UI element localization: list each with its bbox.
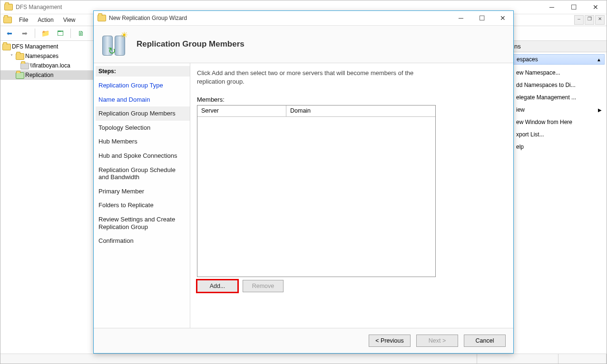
namespace-icon	[20, 62, 28, 69]
actions-pane: ns espaces ▲ ew Namespace... dd Namespac…	[511, 41, 607, 354]
actions-title: ns	[511, 41, 607, 52]
dialog-titlebar: New Replication Group Wizard ─ ☐ ✕	[94, 11, 513, 26]
members-label: Members:	[197, 96, 507, 103]
members-list[interactable]: Server Domain	[197, 105, 436, 277]
actions-group-header[interactable]: espaces ▲	[513, 54, 605, 65]
close-button[interactable]: ✕	[585, 0, 607, 14]
action-label: ew Window from Here	[516, 119, 572, 125]
tree-root[interactable]: DFS Management	[0, 42, 94, 51]
dialog-body: Steps: Replication Group Type Name and D…	[94, 63, 513, 328]
step-replication-group-members[interactable]: Replication Group Members	[96, 106, 190, 121]
up-button[interactable]: 📁	[39, 27, 51, 39]
menu-view[interactable]: View	[59, 15, 80, 25]
action-label: elegate Management ...	[516, 94, 576, 101]
export-button[interactable]: 🗎	[75, 27, 87, 39]
previous-button[interactable]: < Previous	[369, 335, 411, 347]
tree-item-replication[interactable]: Replication	[0, 70, 94, 80]
menu-icon	[3, 16, 12, 24]
properties-button[interactable]: 🗔	[54, 27, 67, 39]
wizard-dialog: New Replication Group Wizard ─ ☐ ✕ ↻ ☀ R…	[93, 10, 514, 354]
dialog-title: New Replication Group Wizard	[109, 15, 187, 21]
members-headers: Server Domain	[197, 105, 435, 117]
dialog-header: ↻ ☀ Replication Group Members	[94, 26, 513, 63]
app-icon	[4, 3, 13, 11]
action-help[interactable]: elp	[511, 141, 607, 153]
menubar-right: – ❐ ✕	[574, 15, 607, 25]
window-title: DFS Management	[16, 4, 62, 10]
action-label: iew	[516, 106, 525, 113]
new-star-icon: ☀	[120, 30, 128, 40]
members-button-row: Add... Remove	[197, 280, 507, 292]
tree-item-namespace-child[interactable]: \\firatboyan.loca	[0, 61, 94, 70]
wizard-icon	[98, 14, 106, 22]
column-server[interactable]: Server	[197, 105, 286, 117]
column-domain[interactable]: Domain	[286, 105, 435, 117]
step-replication-group-type[interactable]: Replication Group Type	[96, 78, 190, 93]
mr-btn-1[interactable]: –	[574, 15, 584, 25]
remove-button: Remove	[243, 280, 284, 292]
action-label: dd Namespaces to Di...	[516, 82, 576, 88]
step-confirmation[interactable]: Confirmation	[96, 234, 190, 248]
dialog-footer: < Previous Next > Cancel	[94, 328, 513, 353]
tree-item-namespaces[interactable]: ˅ Namespaces	[0, 51, 94, 61]
minimize-button[interactable]: ─	[541, 0, 563, 14]
nav-tree: DFS Management ˅ Namespaces \\firatboyan…	[0, 41, 94, 354]
forward-button[interactable]: ➡	[19, 27, 31, 39]
steps-pane: Steps: Replication Group Type Name and D…	[94, 63, 190, 328]
action-new-namespace[interactable]: ew Namespace...	[511, 67, 607, 79]
step-name-and-domain[interactable]: Name and Domain	[96, 93, 190, 107]
step-folders-to-replicate[interactable]: Folders to Replicate	[96, 198, 190, 212]
step-topology-selection[interactable]: Topology Selection	[96, 121, 190, 135]
submenu-arrow-icon: ▶	[598, 107, 602, 113]
dialog-close-button[interactable]: ✕	[492, 11, 513, 25]
mr-btn-3[interactable]: ✕	[595, 15, 605, 25]
toolbar-separator-2	[70, 29, 71, 38]
tree-root-label: DFS Management	[12, 43, 58, 50]
dialog-maximize-button[interactable]: ☐	[471, 11, 492, 25]
actions-group-label: espaces	[517, 56, 538, 63]
mr-btn-2[interactable]: ❐	[585, 15, 594, 25]
dialog-minimize-button[interactable]: ─	[450, 11, 471, 25]
dialog-content: Click Add and then select two or more se…	[190, 63, 513, 328]
action-label: ew Namespace...	[516, 69, 560, 76]
next-button: Next >	[416, 335, 458, 347]
tree-item-label: \\firatboyan.loca	[30, 62, 70, 69]
replication-icon	[16, 71, 23, 79]
toolbar-separator	[35, 29, 35, 38]
action-export-list[interactable]: xport List...	[511, 128, 607, 141]
action-delegate-management[interactable]: elegate Management ...	[511, 91, 607, 104]
instructions-text: Click Add and then select two or more se…	[197, 69, 435, 86]
action-add-namespaces[interactable]: dd Namespaces to Di...	[511, 79, 607, 91]
back-button[interactable]: ⬅	[3, 27, 16, 39]
collapse-icon: ▲	[597, 57, 601, 62]
cancel-button[interactable]: Cancel	[464, 335, 506, 347]
action-new-window[interactable]: ew Window from Here	[511, 116, 607, 128]
action-label: xport List...	[516, 131, 544, 138]
dfs-root-icon	[2, 43, 10, 50]
status-bar	[0, 354, 607, 364]
step-review-create[interactable]: Review Settings and Create Replication G…	[96, 212, 190, 234]
dialog-controls: ─ ☐ ✕	[450, 11, 513, 25]
menu-action[interactable]: Action	[33, 15, 58, 25]
step-hub-members[interactable]: Hub Members	[96, 134, 190, 149]
action-label: elp	[516, 144, 524, 150]
expand-icon[interactable]: ˅	[9, 54, 14, 59]
tree-item-label: Namespaces	[25, 53, 59, 59]
step-schedule-bandwidth[interactable]: Replication Group Schedule and Bandwidth	[96, 163, 190, 184]
sync-arrow-icon: ↻	[108, 45, 116, 57]
menu-file[interactable]: File	[15, 15, 32, 25]
action-view[interactable]: iew ▶	[511, 104, 607, 116]
steps-title: Steps:	[96, 66, 190, 77]
dialog-header-title: Replication Group Members	[137, 39, 245, 49]
step-hub-and-spoke[interactable]: Hub and Spoke Connections	[96, 149, 190, 163]
members-header-icon: ↻ ☀	[100, 31, 127, 57]
add-button[interactable]: Add...	[197, 280, 238, 292]
step-primary-member[interactable]: Primary Member	[96, 184, 190, 199]
tree-item-label: Replication	[25, 72, 53, 78]
window-controls: ─ ☐ ✕	[541, 0, 607, 14]
namespaces-icon	[16, 52, 23, 60]
maximize-button[interactable]: ☐	[563, 0, 585, 14]
